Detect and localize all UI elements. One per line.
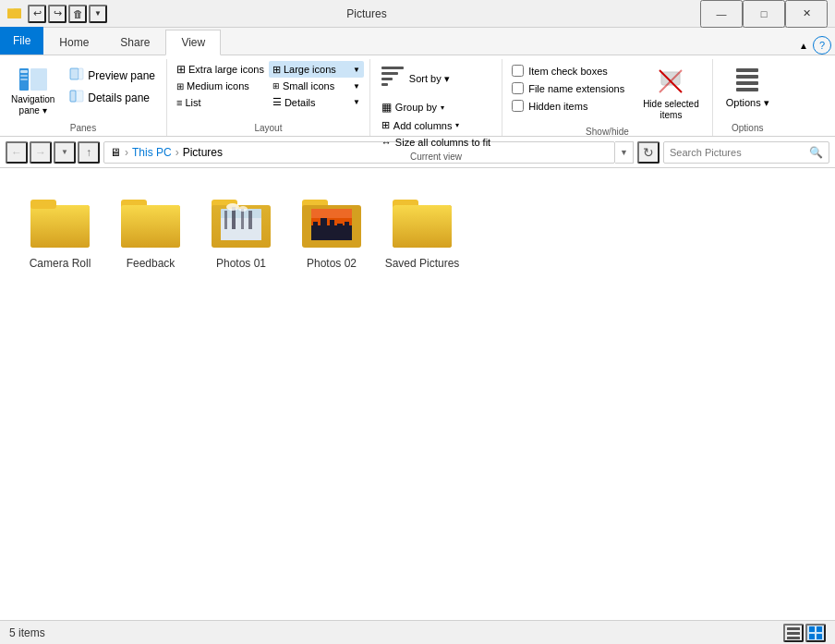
layout-label: Layout <box>173 121 364 136</box>
search-input[interactable] <box>670 147 805 158</box>
navigation-pane-label: Navigationpane ▾ <box>11 94 54 116</box>
small-icons-arrow: ▼ <box>353 82 360 91</box>
ribbon-tabs: File Home Share View ▲ ? <box>0 28 835 55</box>
svg-rect-25 <box>30 200 56 209</box>
close-button[interactable]: ✕ <box>785 0 828 28</box>
svg-rect-57 <box>809 626 815 632</box>
svg-rect-28 <box>121 205 180 248</box>
folder-photos-01-icon <box>208 187 274 253</box>
address-path[interactable]: 🖥 › This PC › Pictures <box>103 141 615 164</box>
folder-feedback-label: Feedback <box>127 257 175 270</box>
details-view-toggle[interactable] <box>783 624 804 642</box>
refresh-button[interactable]: ↻ <box>637 141 660 164</box>
tab-home[interactable]: Home <box>43 29 104 55</box>
details-pane-icon <box>69 89 84 106</box>
small-icons-btn[interactable]: ⊞ Small icons ▼ <box>269 79 364 93</box>
item-check-boxes-toggle[interactable]: Item check boxes <box>508 63 628 79</box>
folder-saved-pictures-icon <box>389 187 455 253</box>
up-button[interactable]: ↑ <box>78 141 100 164</box>
ribbon-right: ▲ ? <box>794 36 835 55</box>
folder-camera-roll[interactable]: Camera Roll <box>18 183 102 273</box>
details-pane-label: Details pane <box>88 91 150 104</box>
hidden-items-checkbox[interactable] <box>512 100 524 112</box>
window-title: Pictures <box>33 7 700 20</box>
maximize-button[interactable]: □ <box>743 0 785 28</box>
details-pane-button[interactable]: Details pane <box>64 87 161 108</box>
svg-rect-50 <box>345 222 349 240</box>
folder-feedback-icon <box>117 187 184 253</box>
svg-rect-54 <box>787 627 800 630</box>
path-icon: 🖥 <box>110 146 121 159</box>
large-icons-view-toggle[interactable] <box>805 624 826 642</box>
large-icons-btn[interactable]: ⊞ Large icons ▼ <box>269 61 364 78</box>
svg-rect-53 <box>393 205 452 248</box>
search-box[interactable]: 🔍 <box>663 141 829 164</box>
forward-button[interactable]: → <box>30 141 52 164</box>
folder-saved-pictures[interactable]: Saved Pictures <box>381 183 464 273</box>
large-icons-icon: ⊞ <box>272 64 281 76</box>
item-check-boxes-checkbox[interactable] <box>512 65 524 77</box>
options-icon <box>732 65 762 97</box>
medium-icons-btn[interactable]: ⊞ Medium icons <box>173 79 268 93</box>
group-by-arrow: ▾ <box>441 103 444 112</box>
file-name-extensions-checkbox[interactable] <box>512 82 524 94</box>
folder-feedback[interactable]: Feedback <box>109 183 192 273</box>
options-label: Options ▾ <box>726 97 769 109</box>
svg-rect-46 <box>313 222 318 240</box>
file-area: Camera Roll Feedback <box>0 168 835 620</box>
details-btn[interactable]: ☰ Details ▼ <box>269 94 364 110</box>
back-button[interactable]: ← <box>6 141 28 164</box>
svg-rect-11 <box>70 91 76 102</box>
this-pc-link[interactable]: This PC <box>132 146 172 159</box>
svg-rect-2 <box>7 9 21 18</box>
current-view-section: Sort by ▾ ▦ Group by ▾ ⊞ Add columns ▾ ↔… <box>370 59 502 136</box>
svg-rect-56 <box>787 637 800 639</box>
preview-pane-button[interactable]: Preview pane <box>64 65 161 86</box>
size-all-button[interactable]: ↔ Size all columns to fit <box>376 135 496 150</box>
svg-rect-55 <box>787 632 800 635</box>
tab-share[interactable]: Share <box>104 29 165 55</box>
extra-large-icons-btn[interactable]: ⊞ Extra large icons <box>173 61 268 78</box>
show-hide-section: Item check boxes File name extensions Hi… <box>502 59 713 136</box>
svg-rect-20 <box>736 75 758 79</box>
navigation-pane-icon <box>18 65 48 94</box>
folder-photos-02[interactable]: Photos 02 <box>290 183 373 273</box>
ribbon-collapse-icon[interactable]: ▲ <box>794 36 813 55</box>
address-dropdown[interactable]: ▼ <box>615 141 634 164</box>
file-name-extensions-toggle[interactable]: File name extensions <box>508 80 628 96</box>
folder-photos-01-label: Photos 01 <box>216 257 266 270</box>
help-button[interactable]: ? <box>813 36 831 55</box>
svg-rect-5 <box>20 70 28 73</box>
navigation-pane-button[interactable]: Navigationpane ▾ <box>6 61 60 120</box>
app-icon <box>7 5 22 22</box>
layout-section: ⊞ Extra large icons ⊞ Large icons ▼ ⊞ Me… <box>167 59 370 136</box>
small-icons-icon: ⊞ <box>272 81 280 91</box>
options-section: Options ▾ Options <box>713 59 782 136</box>
folder-saved-pictures-label: Saved Pictures <box>385 257 460 270</box>
add-columns-button[interactable]: ⊞ Add columns ▾ <box>376 117 466 133</box>
svg-rect-9 <box>79 68 83 79</box>
path-separator-2: › <box>175 146 179 159</box>
svg-rect-24 <box>30 205 90 248</box>
folder-photos-02-icon <box>298 187 365 253</box>
options-section-label: Options <box>719 121 777 136</box>
sort-by-button[interactable]: Sort by ▾ <box>376 61 454 97</box>
minimize-button[interactable]: — <box>700 0 743 28</box>
panes-section: Navigationpane ▾ Preview pane <box>0 59 167 136</box>
svg-rect-58 <box>817 626 822 632</box>
sort-by-label: Sort by ▾ <box>409 73 450 85</box>
hide-selected-button[interactable]: Hide selecteditems <box>635 63 707 125</box>
tab-file[interactable]: File <box>0 27 43 55</box>
tab-view[interactable]: View <box>165 30 221 55</box>
hide-selected-label: Hide selecteditems <box>643 99 699 121</box>
details-icon: ☰ <box>272 96 282 108</box>
recent-locations-button[interactable]: ▼ <box>54 141 76 164</box>
svg-rect-14 <box>381 78 393 80</box>
list-btn[interactable]: ≡ List <box>173 94 268 110</box>
svg-rect-13 <box>381 72 398 75</box>
navigation-arrows: ← → ▼ ↑ <box>6 141 100 164</box>
options-button[interactable]: Options ▾ <box>719 61 777 113</box>
folder-photos-01[interactable]: Photos 01 <box>200 183 283 273</box>
group-by-button[interactable]: ▦ Group by ▾ <box>376 99 450 115</box>
hidden-items-toggle[interactable]: Hidden items <box>508 98 628 114</box>
